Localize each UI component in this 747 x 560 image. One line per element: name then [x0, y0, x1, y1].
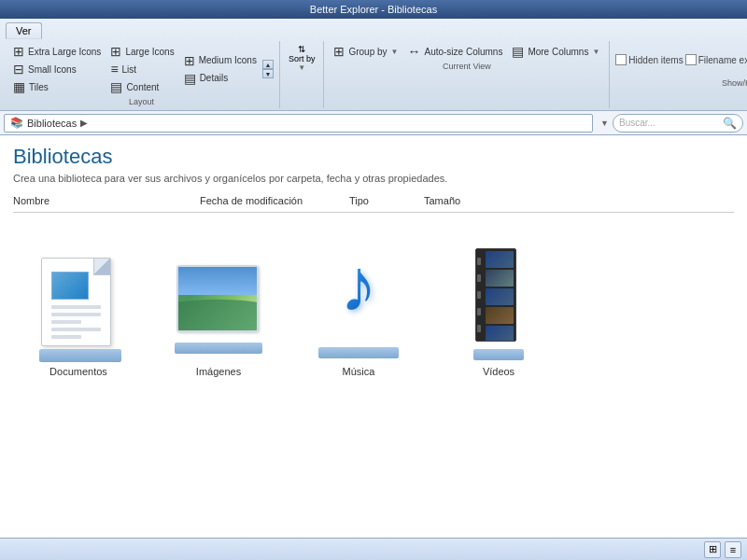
sort-dropdown-arrow: ▼ — [298, 63, 305, 72]
ribbon-group-show-hide: Hidden items Filename extensions 👁 Hide … — [612, 41, 747, 108]
extra-large-label: Extra Large Icons — [28, 47, 101, 57]
small-label: Small Icons — [28, 64, 77, 75]
video-base — [473, 349, 524, 360]
sort-by-label: Sort by — [289, 54, 316, 63]
window-title: Better Explorer - Bibliotecas — [310, 4, 437, 15]
group-by-icon: ⊞ — [333, 44, 345, 59]
sort-by-button[interactable]: ⇅ Sort by ▼ — [286, 43, 318, 74]
more-columns-button[interactable]: ▤ More Columns ▼ — [508, 43, 603, 60]
group-by-button[interactable]: ⊞ Group by ▼ — [330, 43, 402, 60]
ribbon-content: ⊞ Extra Large Icons ⊟ Small Icons ▦ Tile… — [6, 41, 741, 108]
music-base — [318, 347, 399, 358]
doc-lines — [51, 305, 101, 343]
perf-1 — [477, 258, 481, 265]
auto-size-label: Auto-size Columns — [424, 47, 502, 57]
layout-items: ⊞ Extra Large Icons ⊟ Small Icons ▦ Tile… — [9, 43, 274, 95]
col-fecha[interactable]: Fecha de modificación — [200, 193, 349, 208]
breadcrumb-folder-icon: 📚 — [10, 117, 23, 129]
breadcrumb-arrow: ▶ — [80, 118, 88, 128]
col-nombre[interactable]: Nombre — [13, 193, 200, 208]
page-description: Crea una biblioteca para ver sus archivo… — [13, 173, 734, 184]
layout-details[interactable]: ▤ Details — [180, 70, 261, 87]
layout-col-3: ⊞ Medium Icons ▤ Details — [180, 52, 261, 87]
large-label: Large Icons — [125, 47, 174, 57]
library-item-documentos[interactable]: Documentos — [22, 248, 134, 377]
breadcrumb-text: Bibliotecas — [27, 118, 77, 129]
layout-tiles[interactable]: ▦ Tiles — [9, 78, 105, 95]
vf-4 — [486, 307, 514, 324]
library-item-musica[interactable]: ♪ Música — [303, 239, 415, 377]
layout-medium[interactable]: ⊞ Medium Icons — [180, 52, 261, 69]
large-icon: ⊞ — [110, 44, 121, 59]
documentos-icon — [41, 258, 116, 351]
scroll-up-btn[interactable]: ▲ — [262, 60, 274, 69]
video-frames — [476, 249, 515, 342]
layout-small[interactable]: ⊟ Small Icons — [9, 61, 105, 77]
photo-base — [175, 343, 262, 354]
col-tipo[interactable]: Tipo — [349, 193, 424, 208]
filename-ext-check[interactable]: Filename extensions — [685, 54, 747, 65]
page-title: Bibliotecas — [13, 145, 734, 169]
breadcrumb[interactable]: 📚 Bibliotecas ▶ — [4, 114, 593, 133]
doc-line-2 — [51, 313, 101, 316]
ribbon-group-layout: ⊞ Extra Large Icons ⊟ Small Icons ▦ Tile… — [6, 41, 280, 108]
layout-group-label: Layout — [9, 97, 274, 106]
medium-icon: ⊞ — [184, 53, 195, 68]
small-icon: ⊟ — [13, 62, 24, 77]
list-label: List — [122, 64, 137, 75]
videos-icon-container — [447, 239, 550, 360]
layout-list[interactable]: ≡ List — [106, 61, 177, 77]
photo-frame — [176, 265, 259, 332]
hidden-items-check[interactable]: Hidden items — [615, 54, 683, 65]
hidden-items-label: Hidden items — [628, 55, 683, 65]
scroll-down-btn[interactable]: ▼ — [262, 69, 274, 78]
doc-base — [39, 349, 121, 362]
layout-large[interactable]: ⊞ Large Icons — [106, 43, 177, 60]
status-icon-2[interactable]: ≡ — [725, 541, 741, 558]
extra-large-icon: ⊞ — [13, 44, 24, 59]
hidden-items-checkbox[interactable] — [615, 54, 627, 65]
col-tamano[interactable]: Tamaño — [424, 193, 499, 208]
status-icon-1[interactable]: ⊞ — [704, 541, 721, 558]
layout-extra-large[interactable]: ⊞ Extra Large Icons — [9, 43, 105, 60]
imagenes-label: Imágenes — [196, 366, 241, 377]
current-view-label: Current View — [330, 62, 603, 71]
doc-line-3 — [51, 320, 81, 324]
content-icon: ▤ — [110, 79, 122, 94]
details-label: Details — [200, 73, 229, 83]
main-content: Bibliotecas Crea una biblioteca para ver… — [0, 135, 747, 405]
app-window: Better Explorer - Bibliotecas Ver ⊞ Extr… — [0, 0, 747, 560]
status-bar: ⊞ ≡ — [0, 538, 747, 560]
musica-icon: ♪ — [317, 248, 401, 351]
list-icon: ≡ — [110, 62, 118, 77]
layout-scroll: ▲ ▼ — [262, 60, 274, 78]
auto-size-button[interactable]: ↔ Auto-size Columns — [403, 43, 506, 60]
medium-label: Medium Icons — [199, 55, 257, 65]
tiles-icon: ▦ — [13, 79, 25, 94]
perf-3 — [477, 291, 481, 299]
doc-line-4 — [51, 328, 101, 331]
perf-4 — [477, 308, 481, 315]
ribbon-group-sort: ⇅ Sort by ▼ — [282, 41, 325, 108]
video-strip — [475, 248, 516, 342]
auto-size-icon: ↔ — [407, 44, 420, 59]
library-item-videos[interactable]: Vídeos — [443, 239, 555, 377]
videos-icon — [475, 248, 522, 351]
address-bar: 📚 Bibliotecas ▶ ▼ Buscar... 🔍 — [0, 111, 747, 135]
filename-ext-checkbox[interactable] — [685, 54, 697, 65]
library-item-imagenes[interactable]: Imágenes — [162, 248, 275, 377]
library-grid: Documentos Imágenes — [13, 220, 734, 396]
layout-col-1: ⊞ Extra Large Icons ⊟ Small Icons ▦ Tile… — [9, 43, 105, 95]
more-cols-label: More Columns — [528, 47, 588, 57]
search-box[interactable]: Buscar... 🔍 — [613, 114, 743, 133]
doc-line-5 — [51, 335, 81, 339]
address-dropdown-btn[interactable]: ▼ — [600, 119, 609, 128]
documentos-icon-container — [27, 248, 130, 360]
layout-col-2: ⊞ Large Icons ≡ List ▤ Content — [106, 43, 177, 95]
search-icon: 🔍 — [723, 117, 737, 130]
layout-content[interactable]: ▤ Content — [106, 78, 177, 95]
perf-2 — [477, 274, 481, 282]
vf-2 — [486, 270, 514, 287]
imagenes-icon-container — [167, 248, 270, 360]
ribbon-tab-ver[interactable]: Ver — [6, 22, 42, 39]
